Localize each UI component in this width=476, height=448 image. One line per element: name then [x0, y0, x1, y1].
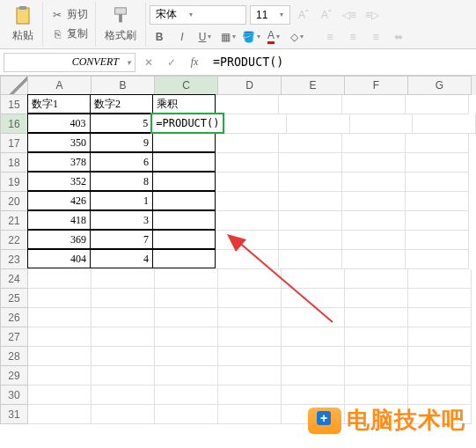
cell[interactable]	[92, 405, 155, 424]
row-header[interactable]: 16	[0, 114, 28, 134]
cell[interactable]	[155, 347, 218, 366]
cell[interactable]	[408, 327, 472, 347]
cell[interactable]	[92, 308, 155, 327]
underline-button[interactable]: U▾	[195, 27, 215, 47]
cell[interactable]	[282, 327, 345, 347]
fx-button[interactable]: fx	[185, 53, 204, 72]
increase-font-button[interactable]: Aˆ	[294, 5, 313, 25]
col-header-e[interactable]: E	[282, 76, 345, 95]
cell[interactable]: 8	[90, 172, 153, 191]
cell[interactable]	[28, 347, 92, 366]
cell[interactable]	[152, 210, 216, 230]
merge-button[interactable]: ⬌	[389, 27, 408, 47]
cell[interactable]	[287, 114, 350, 134]
cell[interactable]	[92, 289, 155, 308]
cell[interactable]: 乘积	[152, 94, 216, 114]
cell[interactable]	[92, 347, 155, 366]
row-header[interactable]: 20	[0, 192, 28, 211]
col-header-d[interactable]: D	[218, 76, 282, 95]
cell[interactable]	[218, 405, 282, 424]
cell[interactable]: 1	[90, 191, 153, 210]
row-header[interactable]: 29	[0, 366, 28, 386]
cell[interactable]	[345, 269, 408, 289]
cell[interactable]	[92, 386, 155, 405]
cell[interactable]	[342, 173, 406, 192]
font-name-dropdown[interactable]: 宋体▾	[150, 5, 246, 25]
cell[interactable]	[218, 269, 282, 289]
cell[interactable]	[345, 308, 408, 327]
cell[interactable]	[342, 95, 406, 114]
cell[interactable]	[216, 211, 279, 231]
cell[interactable]	[408, 269, 472, 289]
row-header[interactable]: 25	[0, 289, 28, 308]
row-header[interactable]: 22	[0, 231, 28, 250]
cell[interactable]	[342, 250, 406, 269]
cell[interactable]	[279, 250, 342, 269]
decrease-font-button[interactable]: Aˇ	[317, 5, 336, 25]
cut-button[interactable]: ✂ 剪切	[47, 5, 92, 24]
cell[interactable]	[152, 191, 216, 210]
cell[interactable]	[408, 347, 472, 366]
cell[interactable]	[279, 173, 342, 192]
cell[interactable]	[406, 211, 469, 231]
cell[interactable]	[216, 153, 279, 173]
cell[interactable]: 426	[27, 191, 91, 210]
cell[interactable]	[152, 152, 216, 172]
cell[interactable]: 404	[27, 249, 91, 268]
cell[interactable]: 3	[90, 210, 153, 230]
copy-button[interactable]: ⎘ 复制	[47, 25, 92, 43]
increase-indent-button[interactable]: ≡▷	[362, 5, 382, 25]
cell[interactable]	[152, 172, 216, 191]
fill-color-button[interactable]: 🪣▾	[241, 27, 260, 47]
cell[interactable]	[216, 134, 279, 153]
border-button[interactable]: ▦▾	[218, 27, 238, 47]
cell[interactable]	[279, 134, 342, 153]
col-header-g[interactable]: G	[408, 76, 472, 95]
select-all-corner[interactable]	[0, 76, 28, 95]
cell[interactable]: 9	[90, 133, 153, 152]
cell[interactable]	[406, 134, 469, 153]
cell[interactable]	[155, 269, 218, 289]
cell[interactable]	[342, 134, 406, 153]
cell[interactable]: 403	[27, 114, 91, 133]
cell[interactable]	[342, 192, 406, 211]
cell[interactable]	[218, 366, 282, 386]
cell[interactable]: =PRODUCT()	[151, 114, 223, 133]
cell[interactable]	[342, 153, 406, 173]
cell[interactable]	[155, 405, 218, 424]
cell[interactable]	[342, 231, 406, 250]
row-header[interactable]: 27	[0, 327, 28, 347]
cell[interactable]	[28, 289, 92, 308]
col-header-a[interactable]: A	[28, 76, 92, 95]
clear-format-button[interactable]: ◇▾	[287, 27, 306, 47]
cell[interactable]: 4	[90, 249, 153, 268]
formula-input[interactable]	[208, 53, 472, 72]
row-header[interactable]: 26	[0, 308, 28, 327]
name-box[interactable]: CONVERT ▾	[4, 53, 135, 72]
cell[interactable]	[282, 308, 345, 327]
cancel-formula-button[interactable]: ✕	[139, 53, 158, 72]
format-painter-button[interactable]: 格式刷	[99, 4, 142, 45]
col-header-f[interactable]: F	[345, 76, 408, 95]
cell[interactable]	[218, 308, 282, 327]
cell[interactable]	[223, 114, 287, 134]
cell[interactable]	[279, 231, 342, 250]
font-size-dropdown[interactable]: 11▾	[250, 5, 290, 25]
cell[interactable]: 418	[27, 210, 91, 230]
row-header[interactable]: 17	[0, 134, 28, 153]
decrease-indent-button[interactable]: ◁≡	[340, 5, 359, 25]
cell[interactable]	[216, 231, 279, 250]
row-header[interactable]: 18	[0, 153, 28, 173]
cell[interactable]	[345, 366, 408, 386]
row-header[interactable]: 19	[0, 173, 28, 192]
row-header[interactable]: 24	[0, 269, 28, 289]
cell[interactable]	[406, 192, 469, 211]
cell[interactable]	[218, 327, 282, 347]
cell[interactable]	[279, 153, 342, 173]
cell[interactable]	[406, 231, 469, 250]
cell[interactable]	[28, 308, 92, 327]
cell[interactable]	[152, 249, 216, 268]
cell[interactable]	[216, 192, 279, 211]
row-header[interactable]: 21	[0, 211, 28, 231]
font-color-button[interactable]: A▾	[264, 27, 283, 47]
